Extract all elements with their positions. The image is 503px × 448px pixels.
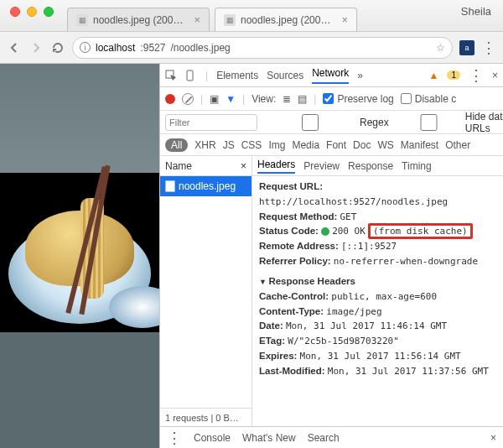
record-button[interactable] (165, 94, 175, 104)
type-manifest[interactable]: Manifest (401, 139, 438, 151)
preserve-log-checkbox[interactable]: Preserve log (323, 93, 393, 105)
request-detail: Headers Preview Response Timing Request … (252, 156, 503, 426)
type-xhr[interactable]: XHR (194, 139, 215, 151)
device-icon[interactable] (185, 70, 197, 81)
back-button[interactable] (7, 40, 22, 55)
content-area: | Elements Sources Network » ▲1 ⋮ × | ▣ … (0, 64, 503, 448)
tab-headers[interactable]: Headers (257, 159, 295, 174)
network-main: Name × noodles.jpeg 1 requests | 0 B… He… (160, 156, 503, 426)
view-label: View: (252, 93, 276, 105)
status-dot-icon (321, 227, 329, 236)
axe-extension-icon[interactable]: a (459, 40, 474, 55)
tab-title: noodles.jpeg (200×200) (93, 14, 189, 26)
noodles-image (0, 173, 159, 332)
drawer-menu-icon[interactable]: ⋮ (167, 432, 182, 444)
drawer-close-icon[interactable]: × (490, 432, 496, 444)
image-viewer (0, 64, 159, 448)
reload-button[interactable] (50, 40, 65, 55)
drawer-console[interactable]: Console (194, 432, 231, 444)
window-titlebar: ▦ noodles.jpeg (200×200) × ▦ noodles.jpe… (0, 0, 503, 32)
tab-response[interactable]: Response (348, 160, 393, 172)
tab-timing[interactable]: Timing (402, 160, 432, 172)
type-doc[interactable]: Doc (353, 139, 371, 151)
type-font[interactable]: Font (326, 139, 346, 151)
devtools-panel: | Elements Sources Network » ▲1 ⋮ × | ▣ … (159, 64, 503, 448)
view-waterfall-icon[interactable]: ▤ (298, 93, 307, 105)
request-row[interactable]: noodles.jpeg (160, 176, 252, 196)
clear-button[interactable] (182, 93, 194, 105)
request-name: noodles.jpeg (179, 180, 236, 192)
filter-input[interactable] (165, 114, 257, 131)
screenshot-icon[interactable]: ▣ (210, 93, 219, 105)
tab-strip: ▦ noodles.jpeg (200×200) × ▦ noodles.jpe… (62, 0, 453, 31)
tab-more[interactable]: » (357, 70, 363, 81)
warning-icon[interactable]: ▲ (429, 70, 439, 81)
request-list: Name × noodles.jpeg 1 requests | 0 B… (160, 156, 252, 426)
drawer-search[interactable]: Search (308, 432, 340, 444)
browser-tab-0[interactable]: ▦ noodles.jpeg (200×200) × (67, 8, 210, 31)
file-icon: ▦ (224, 14, 236, 26)
toolbar: i localhost:9527/noodles.jpeg ☆ a ⋮ (0, 32, 503, 64)
network-toolbar: | ▣ ▼ | View: ≣ ▤ | Preserve log Disable… (160, 87, 503, 111)
devtools-close-icon[interactable]: × (492, 70, 498, 81)
headers-body: Request URL: http://localhost:9527/noodl… (252, 176, 503, 426)
site-info-icon[interactable]: i (80, 42, 91, 53)
type-js[interactable]: JS (223, 139, 235, 151)
type-css[interactable]: CSS (241, 139, 262, 151)
tab-network[interactable]: Network (312, 67, 349, 84)
tab-close-icon[interactable]: × (341, 13, 348, 26)
response-headers-section[interactable]: Response Headers (259, 274, 496, 289)
file-icon (165, 180, 175, 192)
minimize-window-button[interactable] (27, 7, 37, 17)
network-filterbar: Regex Hide data URLs (160, 111, 503, 134)
view-large-icon[interactable]: ≣ (283, 93, 291, 105)
tab-title: noodles.jpeg (200×200) (241, 14, 336, 26)
filter-toggle-icon[interactable]: ▼ (226, 93, 236, 105)
disable-cache-checkbox[interactable]: Disable c (401, 93, 456, 105)
warning-count: 1 (447, 70, 460, 80)
type-ws[interactable]: WS (377, 139, 393, 151)
cache-highlight: (from disk cache) (368, 223, 473, 239)
type-all[interactable]: All (165, 138, 188, 152)
file-icon: ▦ (76, 14, 88, 26)
address-bar[interactable]: i localhost:9527/noodles.jpeg ☆ (72, 37, 453, 59)
close-window-button[interactable] (10, 7, 20, 17)
tab-sources[interactable]: Sources (267, 70, 303, 81)
profile-name[interactable]: Sheila (453, 0, 503, 18)
tab-preview[interactable]: Preview (303, 160, 340, 172)
regex-checkbox[interactable]: Regex (264, 114, 389, 131)
name-column-header[interactable]: Name × (160, 156, 252, 176)
devtools-drawer: ⋮ Console What's New Search × (160, 426, 503, 448)
forward-button[interactable] (29, 40, 44, 55)
inspect-icon[interactable] (165, 70, 177, 81)
menu-icon[interactable]: ⋮ (481, 42, 496, 54)
type-other[interactable]: Other (445, 139, 470, 151)
tab-close-icon[interactable]: × (194, 13, 200, 26)
close-column-icon[interactable]: × (241, 160, 246, 172)
browser-tab-1[interactable]: ▦ noodles.jpeg (200×200) × (215, 8, 357, 31)
devtools-menu-icon[interactable]: ⋮ (469, 70, 484, 81)
svg-rect-1 (187, 70, 193, 81)
bookmark-icon[interactable]: ☆ (436, 42, 445, 54)
url-port: :9527 (140, 42, 165, 54)
url-host: localhost (96, 42, 135, 54)
maximize-window-button[interactable] (44, 7, 54, 17)
hide-data-urls-checkbox[interactable]: Hide data URLs (396, 111, 503, 134)
tab-elements[interactable]: Elements (216, 70, 258, 81)
network-type-filter: All XHR JS CSS Img Media Font Doc WS Man… (160, 134, 503, 156)
url-path: /noodles.jpeg (170, 42, 230, 54)
type-media[interactable]: Media (292, 139, 319, 151)
detail-tabs: Headers Preview Response Timing (252, 156, 503, 176)
traffic-lights (0, 0, 62, 17)
drawer-whats-new[interactable]: What's New (242, 432, 296, 444)
devtools-tabbar: | Elements Sources Network » ▲1 ⋮ × (160, 64, 503, 87)
network-status-bar: 1 requests | 0 B… (160, 408, 252, 426)
type-img[interactable]: Img (268, 139, 285, 151)
